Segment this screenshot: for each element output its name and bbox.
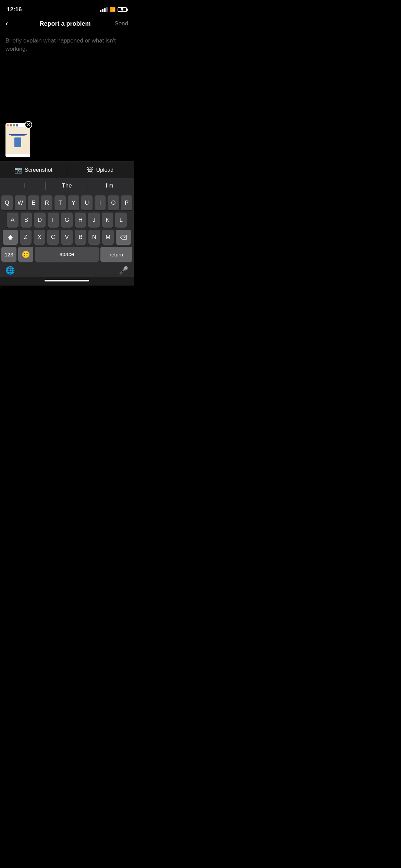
upload-label: Upload	[96, 167, 113, 173]
page-title: Report a problem	[39, 20, 90, 27]
key-i[interactable]: I	[95, 195, 106, 210]
space-key[interactable]: space	[35, 247, 99, 262]
key-t[interactable]: T	[54, 195, 66, 210]
key-k[interactable]: K	[102, 213, 113, 228]
status-icons: 📶 37	[100, 7, 127, 12]
keyboard-row-4: 123 🙂 space return	[0, 245, 134, 263]
emoji-key[interactable]: 🙂	[18, 247, 33, 262]
return-key[interactable]: return	[100, 247, 132, 262]
battery-icon: 37	[118, 7, 127, 12]
back-button[interactable]: ‹	[5, 19, 19, 28]
key-l[interactable]: L	[115, 213, 127, 228]
key-x[interactable]: X	[34, 230, 45, 245]
key-a[interactable]: A	[7, 213, 19, 228]
home-bar	[45, 280, 89, 281]
status-time: 12:16	[7, 6, 22, 13]
key-c[interactable]: C	[47, 230, 59, 245]
key-h[interactable]: H	[75, 213, 86, 228]
keyboard-row-3: Z X C V B N M	[0, 228, 134, 245]
upload-button[interactable]: 🖼 Upload	[67, 167, 134, 174]
bottom-toolbar: 📷 Screenshot 🖼 Upload	[0, 161, 134, 178]
keyboard-row-2: A S D F G H J K L	[0, 210, 134, 228]
key-d[interactable]: D	[34, 213, 46, 228]
key-g[interactable]: G	[61, 213, 73, 228]
keyboard: Q W E R T Y U I O P A S D F G H J K L Z …	[0, 193, 134, 277]
upload-icon: 🖼	[87, 167, 93, 174]
text-placeholder: Briefly explain what happened or what is…	[5, 37, 116, 52]
svg-marker-0	[8, 235, 13, 240]
predictive-word-2[interactable]: The	[46, 182, 88, 189]
problem-description-area[interactable]: Briefly explain what happened or what is…	[0, 31, 134, 120]
key-s[interactable]: S	[21, 213, 32, 228]
microphone-icon[interactable]: 🎤	[119, 266, 128, 275]
screenshot-icon: 📷	[14, 166, 22, 174]
key-j[interactable]: J	[88, 213, 100, 228]
attachment-thumbnail: ✕	[5, 123, 30, 157]
predictive-word-3[interactable]: I'm	[88, 182, 131, 189]
key-n[interactable]: N	[88, 230, 100, 245]
screenshot-button[interactable]: 📷 Screenshot	[0, 166, 67, 174]
attachment-area: ✕	[0, 120, 134, 161]
key-m[interactable]: M	[102, 230, 114, 245]
predictive-word-1[interactable]: I	[3, 182, 46, 189]
key-y[interactable]: Y	[68, 195, 79, 210]
key-z[interactable]: Z	[20, 230, 32, 245]
key-r[interactable]: R	[41, 195, 52, 210]
key-f[interactable]: F	[48, 213, 59, 228]
predictive-text-bar: I The I'm	[0, 178, 134, 193]
key-o[interactable]: O	[108, 195, 119, 210]
remove-attachment-button[interactable]: ✕	[25, 121, 32, 129]
home-indicator	[0, 277, 134, 286]
shift-key[interactable]	[3, 230, 18, 245]
nav-header: ‹ Report a problem Send	[0, 16, 134, 31]
key-e[interactable]: E	[28, 195, 39, 210]
signal-icon	[100, 7, 108, 12]
mini-screenshot-preview	[5, 123, 30, 157]
key-u[interactable]: U	[81, 195, 93, 210]
key-p[interactable]: P	[121, 195, 132, 210]
screenshot-label: Screenshot	[25, 167, 52, 173]
keyboard-row-1: Q W E R T Y U I O P	[0, 193, 134, 210]
keyboard-bottom-bar: 🌐 🎤	[0, 263, 134, 277]
numbers-key[interactable]: 123	[1, 247, 16, 262]
wifi-icon: 📶	[110, 7, 116, 12]
delete-key[interactable]	[116, 230, 131, 245]
send-button[interactable]: Send	[111, 20, 128, 27]
key-v[interactable]: V	[61, 230, 73, 245]
key-b[interactable]: B	[75, 230, 86, 245]
status-bar: 12:16 📶 37	[0, 0, 134, 16]
globe-icon[interactable]: 🌐	[5, 266, 15, 275]
key-q[interactable]: Q	[1, 195, 13, 210]
attachment-image	[5, 123, 30, 157]
key-w[interactable]: W	[15, 195, 26, 210]
